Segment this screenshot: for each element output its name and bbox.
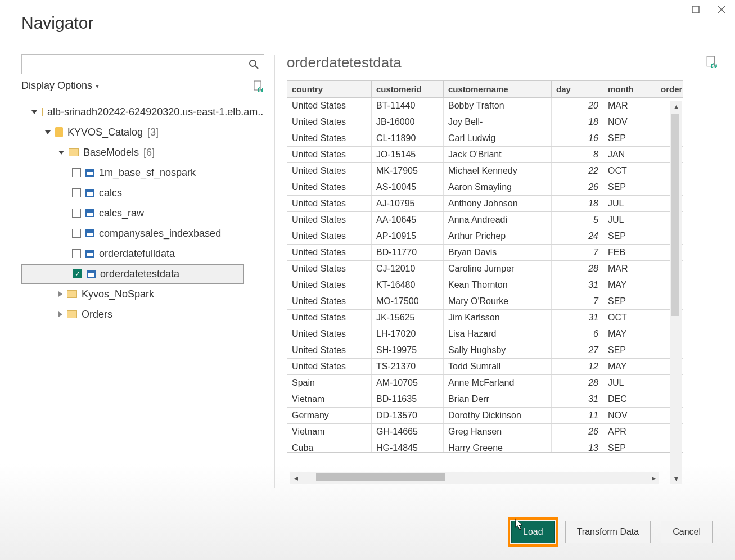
tree-table-node[interactable]: 1m_base_sf_nospark: [21, 162, 264, 183]
scroll-track[interactable]: [670, 111, 682, 473]
col-header-customername[interactable]: customername: [444, 81, 552, 97]
scroll-hthumb[interactable]: [316, 473, 445, 481]
table-row[interactable]: United StatesAA-10645Anna Andreadi5JUL: [287, 212, 683, 228]
scroll-thumb[interactable]: [671, 114, 679, 316]
tree-table-node[interactable]: calcs_raw: [21, 203, 264, 223]
chevron-right-icon[interactable]: [58, 291, 62, 297]
cell-country: United States: [287, 342, 372, 358]
cell-month: MAR: [603, 261, 656, 277]
close-button[interactable]: [714, 3, 729, 16]
chevron-down-icon[interactable]: [45, 130, 51, 134]
table-row[interactable]: VietnamGH-14665Greg Hansen26APR: [287, 424, 683, 440]
checkbox[interactable]: [72, 168, 81, 177]
checkbox[interactable]: [72, 188, 81, 197]
cell-customerid: SH-19975: [372, 342, 444, 358]
table-row[interactable]: United StatesBD-11770Bryan Davis7FEB: [287, 245, 683, 261]
tree-table-node[interactable]: calcs: [21, 183, 264, 203]
cell-customername: Brian Derr: [444, 391, 552, 407]
table-row[interactable]: United StatesBT-11440Bobby Trafton20MAR: [287, 98, 683, 114]
cell-customerid: JK-15625: [372, 310, 444, 326]
table-row[interactable]: United StatesMO-17500Mary O'Rourke7SEP: [287, 293, 683, 310]
refresh-tree-icon[interactable]: [253, 80, 264, 92]
horizontal-scrollbar[interactable]: ◂ ▸: [290, 472, 659, 484]
table-row[interactable]: United StatesLH-17020Lisa Hazard6MAY: [287, 326, 683, 342]
cell-customername: Anna Andreadi: [444, 212, 552, 228]
tree-catalog-count: [3]: [147, 122, 159, 142]
scroll-up-icon[interactable]: ▴: [671, 101, 681, 111]
display-options-label: Display Options: [21, 80, 92, 92]
refresh-preview-icon[interactable]: [706, 56, 718, 70]
table-row[interactable]: United StatesTS-21370Todd Sumrall12MAY: [287, 359, 683, 375]
col-header-order[interactable]: order: [656, 81, 682, 97]
cell-month: JUL: [603, 196, 656, 211]
table-row[interactable]: United StatesJB-16000Joy Bell-18NOV: [287, 114, 683, 130]
table-icon: [85, 229, 94, 237]
grid-body: United StatesBT-11440Bobby Trafton20MARU…: [287, 98, 683, 452]
cell-day: 31: [552, 391, 603, 407]
table-row[interactable]: SpainAM-10705Anne McFarland28JUL: [287, 375, 683, 391]
tree-table-node[interactable]: orderdatefulldata: [21, 243, 264, 264]
cell-customerid: MK-17905: [372, 163, 444, 179]
table-row[interactable]: United StatesMK-17905Michael Kennedy22OC…: [287, 163, 683, 179]
scroll-down-icon[interactable]: ▾: [671, 473, 681, 484]
tree-catalog-node[interactable]: KYVOS_Catalog [3]: [21, 122, 264, 142]
tree-table-node-selected[interactable]: orderdatetestdata: [21, 264, 244, 284]
table-row[interactable]: VietnamBD-11635Brian Derr31DEC: [287, 391, 683, 408]
col-header-month[interactable]: month: [603, 81, 656, 97]
cell-country: United States: [287, 163, 372, 179]
table-row[interactable]: United StatesAP-10915Arthur Prichep24SEP: [287, 228, 683, 245]
tree-basemodels-node[interactable]: BaseModels [6]: [21, 142, 264, 162]
table-row[interactable]: United StatesJK-15625Jim Karlsson31OCT: [287, 310, 683, 326]
col-header-day[interactable]: day: [552, 81, 603, 97]
chevron-right-icon[interactable]: [58, 311, 62, 317]
chevron-down-icon[interactable]: [58, 151, 64, 155]
cell-day: 26: [552, 424, 603, 440]
checkbox[interactable]: [72, 209, 81, 218]
cell-customername: Bryan Davis: [444, 245, 552, 260]
table-row[interactable]: United StatesKT-16480Kean Thornton31MAY: [287, 277, 683, 293]
table-row[interactable]: United StatesCJ-12010Caroline Jumper28MA…: [287, 261, 683, 277]
checkbox[interactable]: [72, 249, 81, 258]
col-header-country[interactable]: country: [287, 81, 372, 97]
scroll-right-icon[interactable]: ▸: [648, 473, 659, 483]
table-row[interactable]: United StatesCL-11890Carl Ludwig16SEP: [287, 130, 683, 147]
display-options-dropdown[interactable]: Display Options ▾: [21, 80, 99, 92]
checkbox-checked[interactable]: [73, 269, 82, 278]
table-row[interactable]: CubaHG-14845Harry Greene13SEP: [287, 440, 683, 452]
chevron-down-icon[interactable]: [31, 110, 37, 114]
cell-customerid: JO-15145: [372, 147, 444, 162]
load-button[interactable]: Load: [511, 521, 555, 543]
cell-country: United States: [287, 245, 372, 260]
table-row[interactable]: GermanyDD-13570Dorothy Dickinson11NOV: [287, 408, 683, 424]
cell-month: SEP: [603, 293, 656, 309]
tree-nospark-node[interactable]: Kyvos_NoSpark: [21, 284, 264, 304]
checkbox[interactable]: [72, 229, 81, 238]
tree-orders-node[interactable]: Orders: [21, 304, 264, 324]
cell-day: 6: [552, 326, 603, 342]
cell-customerid: AJ-10795: [372, 196, 444, 211]
tree-server-node[interactable]: alb-srinadh20242-624920320.us-east-1.elb…: [21, 102, 264, 122]
maximize-button[interactable]: [688, 3, 704, 16]
cell-day: 20: [552, 98, 603, 114]
col-header-customerid[interactable]: customerid: [372, 81, 444, 97]
cell-customername: Bobby Trafton: [444, 98, 552, 114]
search-icon[interactable]: [248, 58, 259, 70]
cell-month: SEP: [603, 179, 656, 195]
scroll-left-icon[interactable]: ◂: [290, 473, 301, 483]
vertical-scrollbar[interactable]: ▴ ▾: [670, 101, 682, 484]
search-input[interactable]: [26, 60, 248, 69]
svg-rect-0: [692, 6, 699, 13]
search-box[interactable]: [21, 54, 264, 74]
cell-customername: Anthony Johnson: [444, 196, 552, 211]
cell-country: Cuba: [287, 440, 372, 452]
tree-table-node[interactable]: companysales_indexbased: [21, 223, 264, 243]
cell-day: 5: [552, 212, 603, 228]
table-row[interactable]: United StatesAS-10045Aaron Smayling26SEP: [287, 179, 683, 196]
scroll-htrack[interactable]: [301, 472, 648, 484]
table-row[interactable]: United StatesAJ-10795Anthony Johnson18JU…: [287, 196, 683, 212]
transform-data-button[interactable]: Transform Data: [565, 521, 651, 543]
cell-customername: Kean Thornton: [444, 277, 552, 293]
table-row[interactable]: United StatesSH-19975Sally Hughsby27SEP: [287, 342, 683, 359]
table-row[interactable]: United StatesJO-15145Jack O'Briant8JAN: [287, 147, 683, 163]
cancel-button[interactable]: Cancel: [661, 521, 713, 543]
